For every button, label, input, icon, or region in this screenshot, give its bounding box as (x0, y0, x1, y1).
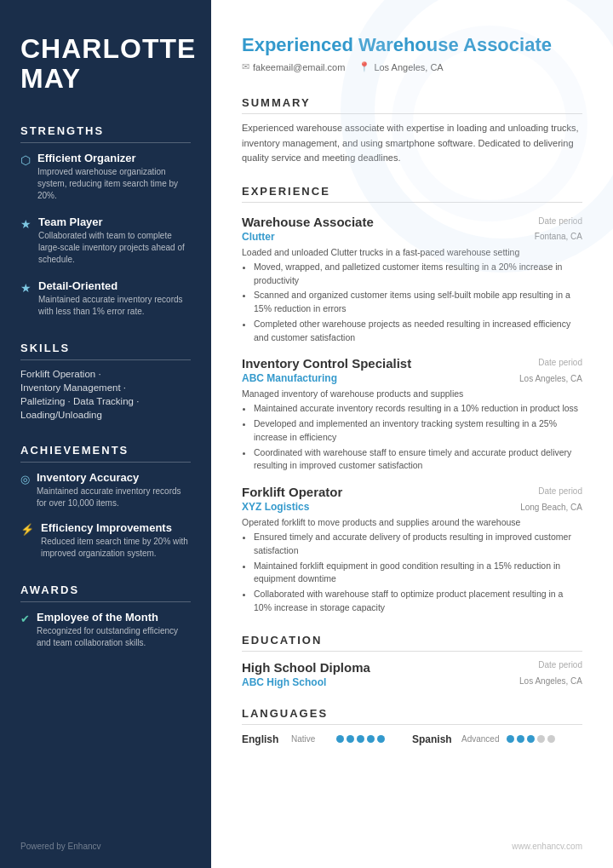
location-value: Los Angeles, CA (374, 62, 443, 72)
achievement-1: ◎ Inventory Accuracy Maintained accurate… (20, 471, 191, 509)
main-footer: www.enhancv.com (512, 842, 582, 851)
awards-section-title: AWARDS (20, 583, 191, 602)
job-1-location: Fontana, CA (535, 232, 582, 241)
lang-english: English Native (242, 733, 385, 745)
job-2-bullets: Maintained accurate inventory records re… (242, 402, 582, 473)
job-3-intro: Operated forklift to move products and s… (242, 517, 582, 527)
dot-2 (347, 735, 354, 743)
strength-title-1: Efficient Organizer (37, 152, 191, 164)
job-2-bullet-1: Maintained accurate inventory records re… (254, 402, 582, 416)
job-1-date: Date period (538, 215, 582, 226)
job-1-company: Clutter (242, 231, 275, 243)
dot-s3 (527, 735, 535, 743)
job-3-title: Forklift Operator (242, 485, 342, 499)
lang-english-dots (336, 735, 385, 743)
job-3-bullets: Ensured timely and accurate delivery of … (242, 531, 582, 615)
checkmark-icon: ✔ (20, 612, 30, 625)
skills-list: Forklift Operation · Inventory Managemen… (20, 369, 191, 420)
sidebar-footer: Powered by Enhancv (20, 842, 101, 851)
dot-s1 (507, 735, 514, 743)
achievement-title-1: Inventory Accuracy (37, 471, 191, 484)
job-3-location: Long Beach, CA (520, 503, 582, 512)
edu-1-degree: High School Diploma (242, 660, 370, 675)
job-2-date: Date period (538, 356, 582, 367)
job-2-company: ABC Manufacturing (242, 372, 337, 384)
candidate-name: CHARLOTTE MAY (20, 34, 191, 94)
strength-desc-2: Collaborated with team to complete large… (38, 230, 191, 266)
strength-desc-3: Maintained accurate inventory records wi… (38, 294, 191, 318)
team-icon: ★ (20, 217, 32, 231)
efficiency-icon: ⚡ (20, 523, 34, 536)
strength-item-1: ⬡ Efficient Organizer Improved warehouse… (20, 152, 191, 202)
edu-1-date: Date period (538, 660, 582, 670)
job-2-intro: Managed inventory of warehouse products … (242, 388, 582, 399)
job-2-bullet-2: Developed and implemented an inventory t… (254, 417, 582, 445)
main-title: Experienced Warehouse Associate (242, 34, 582, 56)
job-2: Inventory Control Specialist Date period… (242, 356, 582, 473)
job-1-bullets: Moved, wrapped, and palletized customer … (242, 261, 582, 345)
skill-1: Forklift Operation · (20, 369, 191, 379)
location-contact: 📍 Los Angeles, CA (358, 61, 443, 72)
achievements-section-title: ACHIEVEMENTS (20, 444, 191, 463)
award-desc-1: Recognized for outstanding efficiency an… (37, 625, 191, 649)
achievement-desc-2: Reduced item search time by 20% with imp… (41, 536, 191, 560)
dot-s4 (537, 735, 545, 743)
job-1-bullet-1: Moved, wrapped, and palletized customer … (254, 261, 582, 288)
strengths-section-title: STRENGTHS (20, 124, 191, 143)
strength-item-2: ★ Team Player Collaborated with team to … (20, 216, 191, 266)
languages-section-title: LANGUAGES (242, 707, 582, 725)
sidebar: CHARLOTTE MAY STRENGTHS ⬡ Efficient Orga… (0, 0, 211, 868)
lang-spanish-level: Advanced (461, 734, 500, 744)
job-3-bullet-1: Ensured timely and accurate delivery of … (254, 531, 582, 558)
lang-spanish-dots (507, 735, 555, 743)
job-2-bullet-3: Coordinated with warehouse staff to ensu… (254, 446, 582, 474)
award-title-1: Employee of the Month (37, 611, 191, 624)
achievements-list: ◎ Inventory Accuracy Maintained accurate… (20, 471, 191, 560)
organizer-icon: ⬡ (20, 153, 31, 167)
lang-spanish-name: Spanish (412, 733, 455, 745)
summary-section-title: SUMMARY (242, 96, 582, 114)
achievement-desc-1: Maintained accurate inventory records fo… (37, 486, 191, 509)
experience-section-title: EXPERIENCE (242, 185, 582, 203)
strength-title-2: Team Player (38, 216, 191, 228)
dot-1 (336, 735, 344, 743)
accuracy-icon: ◎ (20, 473, 30, 486)
edu-1-school: ABC High School (242, 676, 326, 688)
achievement-2: ⚡ Efficiency Improvements Reduced item s… (20, 521, 191, 560)
dot-5 (377, 735, 385, 743)
job-1-bullet-3: Completed other warehouse projects as ne… (254, 318, 582, 345)
edu-1-location: Los Angeles, CA (519, 676, 582, 688)
job-3-date: Date period (538, 485, 582, 496)
job-2-location: Los Angeles, CA (519, 374, 582, 383)
strength-item-3: ★ Detail-Oriented Maintained accurate in… (20, 279, 191, 318)
dot-4 (367, 735, 375, 743)
job-3-bullet-3: Collaborated with warehouse staff to opt… (254, 588, 582, 615)
job-1-title: Warehouse Associate (242, 215, 374, 229)
email-contact: ✉ fakeemail@email.com (242, 61, 345, 72)
strength-title-3: Detail-Oriented (38, 279, 191, 292)
skills-section-title: SKILLS (20, 342, 191, 360)
dot-s5 (547, 735, 555, 743)
skill-2: Inventory Management · (20, 382, 191, 393)
dot-3 (357, 735, 364, 743)
detail-icon: ★ (20, 281, 32, 295)
email-icon: ✉ (242, 61, 249, 72)
strengths-list: ⬡ Efficient Organizer Improved warehouse… (20, 152, 191, 318)
award-1: ✔ Employee of the Month Recognized for o… (20, 611, 191, 649)
job-1: Warehouse Associate Date period Clutter … (242, 215, 582, 345)
education-section-title: EDUCATION (242, 634, 582, 652)
lang-english-name: English (242, 733, 284, 745)
lang-english-level: Native (291, 734, 329, 744)
achievement-title-2: Efficiency Improvements (41, 521, 191, 534)
job-3: Forklift Operator Date period XYZ Logist… (242, 485, 582, 615)
email-value: fakeemail@email.com (253, 62, 345, 72)
job-1-intro: Loaded and unloaded Clutter trucks in a … (242, 247, 582, 257)
edu-1: High School Diploma Date period ABC High… (242, 660, 582, 688)
location-icon: 📍 (358, 61, 370, 72)
strength-desc-1: Improved warehouse organization system, … (37, 166, 191, 202)
contact-row: ✉ fakeemail@email.com 📍 Los Angeles, CA (242, 61, 582, 72)
languages-row: English Native Spanish Advanced (242, 733, 582, 745)
dot-s2 (517, 735, 524, 743)
job-3-company: XYZ Logistics (242, 501, 309, 513)
lang-spanish: Spanish Advanced (412, 733, 555, 745)
